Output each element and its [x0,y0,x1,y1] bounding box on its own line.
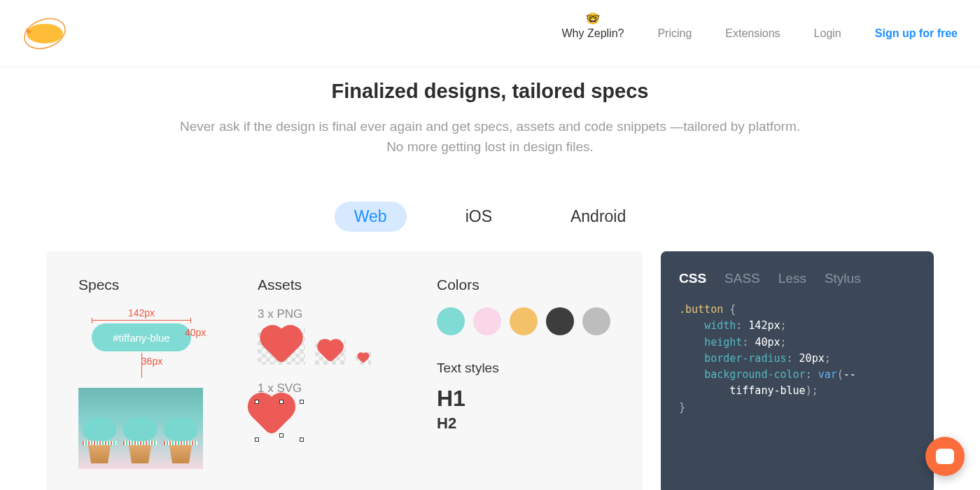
heart-svg-icon [258,402,301,439]
spec-width-marker [92,320,191,321]
swatch-gold [510,307,538,335]
spec-diagram: 142px #tiffany-blue 40px 36px [78,307,204,469]
code-panel: CSS SASS Less Stylus .button { width: 14… [661,251,934,490]
colors-heading: Colors [437,276,610,293]
nav-why-zeplin[interactable]: 🤓 Why Zeplin? [562,27,624,40]
intercom-chat-button[interactable] [925,437,965,476]
tab-ios[interactable]: iOS [446,202,512,232]
cupcake-image [78,388,203,469]
text-styles: Text styles H1 H2 [437,360,610,433]
png-label: 3 x PNG [258,307,409,321]
swatch-dark [546,307,574,335]
code-tab-stylus[interactable]: Stylus [825,271,861,286]
spec-height-label: 40px [185,327,206,338]
swatch-teal [437,307,465,335]
site-header: 🤓 Why Zeplin? Pricing Extensions Login S… [0,0,980,67]
heart-icon-large [258,328,305,365]
code-tab-sass[interactable]: SASS [724,271,760,286]
colors-column: Colors Text styles H1 H2 [437,276,610,469]
nav-login[interactable]: Login [814,27,841,40]
zeplin-logo[interactable] [22,17,67,50]
tab-android[interactable]: Android [551,202,645,232]
swatch-pink [473,307,501,335]
specs-column: Specs 142px #tiffany-blue 40px 36px [78,276,230,469]
heart-icon-small [356,352,371,365]
code-tab-css[interactable]: CSS [679,271,706,286]
nav-signup[interactable]: Sign up for free [875,27,958,40]
hero-subtitle: Never ask if the design is final ever ag… [56,117,924,157]
heart-icon-medium [315,340,346,365]
text-styles-heading: Text styles [437,360,610,376]
assets-heading: Assets [258,276,409,293]
spec-sample-button: #tiffany-blue [92,323,191,351]
nav-extensions[interactable]: Extensions [725,27,780,40]
code-language-tabs: CSS SASS Less Stylus [679,271,916,286]
top-nav: 🤓 Why Zeplin? Pricing Extensions Login S… [562,27,958,40]
nerd-face-icon: 🤓 [586,12,600,25]
nav-pricing[interactable]: Pricing [657,27,692,40]
specs-panel: Specs 142px #tiffany-blue 40px 36px [46,251,643,490]
platform-tabs: Web iOS Android [0,202,980,232]
spec-width-label: 142px [78,307,204,318]
color-swatches [437,307,610,335]
chat-icon [936,449,954,464]
hero-title: Finalized designs, tailored specs [56,80,924,103]
svg-point-0 [27,24,63,43]
showcase: Specs 142px #tiffany-blue 40px 36px [0,251,980,490]
assets-column: Assets 3 x PNG 1 x SVG [258,276,409,469]
specs-heading: Specs [78,276,230,293]
text-style-h2: H2 [437,414,610,433]
png-assets [258,328,409,365]
spec-gap-label: 36px [78,356,204,367]
hero-section: Finalized designs, tailored specs Never … [0,67,980,181]
swatch-grey [582,307,610,335]
code-snippet: .button { width: 142px; height: 40px; bo… [679,302,916,416]
code-tab-less[interactable]: Less [778,271,806,286]
text-style-h1: H1 [437,386,610,412]
tab-web[interactable]: Web [335,202,407,232]
